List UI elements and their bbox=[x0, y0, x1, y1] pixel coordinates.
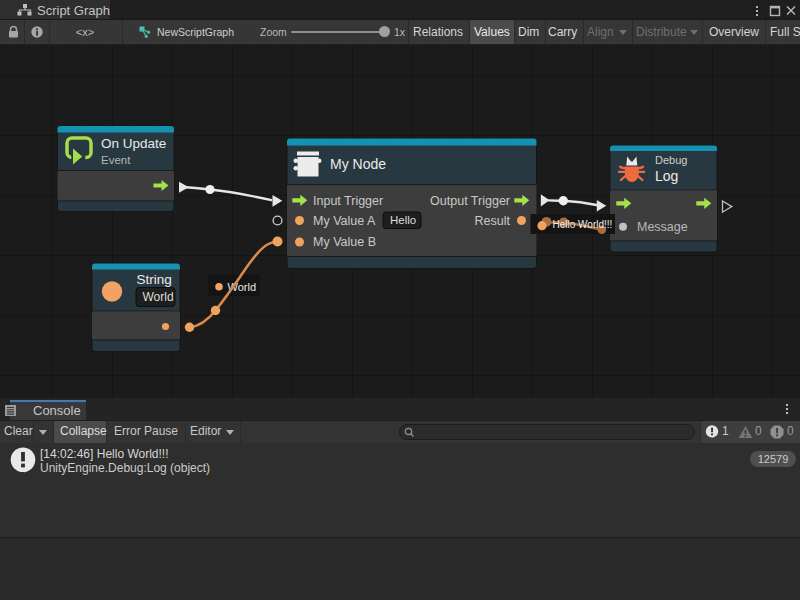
svg-text:My Value A: My Value A bbox=[313, 214, 376, 228]
svg-text:Input Trigger: Input Trigger bbox=[313, 194, 383, 208]
svg-text:Event: Event bbox=[101, 154, 131, 166]
svg-text:Result: Result bbox=[475, 214, 511, 228]
svg-text:Hello: Hello bbox=[390, 214, 416, 226]
svg-text:World: World bbox=[143, 290, 174, 304]
svg-text:Message: Message bbox=[637, 220, 688, 234]
svg-text:String: String bbox=[137, 272, 172, 287]
svg-text:Log: Log bbox=[655, 168, 678, 184]
svg-text:Output Trigger: Output Trigger bbox=[430, 194, 510, 208]
svg-text:Debug: Debug bbox=[655, 154, 687, 166]
svg-text:My Value B: My Value B bbox=[313, 235, 376, 249]
svg-text:Hello World!!!: Hello World!!! bbox=[553, 219, 613, 230]
svg-text:On Update: On Update bbox=[101, 136, 166, 151]
svg-text:My Node: My Node bbox=[330, 156, 386, 172]
